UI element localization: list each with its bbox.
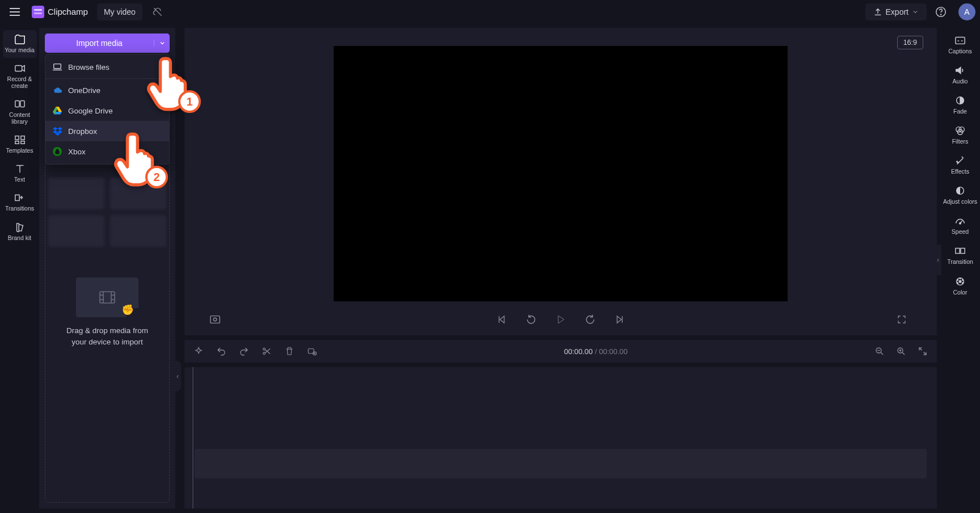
clipchamp-icon	[32, 6, 44, 18]
app-logo[interactable]: Clipchamp	[30, 6, 90, 18]
props-label: Adjust colors	[943, 198, 977, 205]
skip-back-button[interactable]	[494, 312, 510, 327]
dropdown-label: Google Drive	[68, 107, 113, 115]
left-rail: Your media Record & create Content libra…	[0, 23, 39, 513]
drop-text: Drag & drop media from your device to im…	[56, 325, 158, 347]
props-label: Fade	[953, 108, 967, 115]
svg-rect-9	[20, 136, 24, 140]
sync-status-icon[interactable]	[149, 3, 166, 20]
dropdown-item-onedrive[interactable]: OneDrive	[45, 80, 169, 100]
props-item-filters[interactable]: Filters	[943, 121, 978, 149]
frame-back-button[interactable]	[523, 312, 539, 327]
dropdown-label: Dropbox	[68, 127, 97, 136]
svg-rect-39	[956, 249, 960, 254]
svg-rect-8	[15, 136, 18, 140]
dropbox-icon	[52, 126, 62, 136]
props-item-color[interactable]: Color	[943, 272, 978, 300]
video-preview[interactable]	[334, 46, 788, 301]
ai-tool-button[interactable]	[192, 345, 205, 358]
ghost-media-tiles	[48, 178, 166, 247]
svg-point-44	[962, 279, 964, 280]
import-dropdown: Browse files OneDrive Google Drive Dropb…	[45, 54, 170, 165]
add-track-button[interactable]	[306, 345, 318, 358]
hamburger-menu[interactable]	[5, 2, 25, 22]
dropdown-item-google-drive[interactable]: Google Drive	[45, 100, 169, 121]
svg-point-43	[960, 277, 961, 279]
props-item-adjust-colors[interactable]: Adjust colors	[943, 182, 978, 209]
aspect-ratio-badge[interactable]: 16:9	[897, 36, 923, 49]
svg-point-47	[957, 279, 958, 280]
rail-item-transitions[interactable]: Transitions	[3, 188, 37, 216]
rail-label: Brand kit	[8, 234, 31, 241]
redo-button[interactable]	[238, 345, 250, 358]
props-item-speed[interactable]: Speed	[943, 212, 978, 239]
svg-rect-40	[961, 249, 965, 254]
properties-rail: › Captions Audio Fade Filters Effects Ad…	[940, 23, 980, 513]
player-controls	[195, 301, 927, 331]
rail-label: Content library	[3, 111, 37, 125]
dropdown-item-xbox[interactable]: Xbox	[45, 141, 169, 162]
props-item-effects[interactable]: Effects	[943, 152, 978, 179]
rail-item-brand-kit[interactable]: Brand kit	[3, 218, 37, 246]
dropdown-item-dropbox[interactable]: Dropbox	[45, 121, 169, 141]
svg-point-4	[940, 14, 941, 15]
props-label: Filters	[952, 138, 969, 145]
export-label: Export	[886, 7, 909, 16]
topbar: Clipchamp My video Export A	[0, 0, 980, 23]
import-media-main[interactable]: Import media	[45, 39, 154, 48]
props-item-captions[interactable]: Captions	[943, 31, 978, 59]
dropdown-item-browse-files[interactable]: Browse files	[45, 57, 169, 79]
grab-hand-icon: ✊	[121, 304, 134, 316]
current-time: 00:00.00	[564, 347, 593, 356]
play-button[interactable]	[553, 312, 569, 327]
timecode: 00:00.00 / 00:00.00	[329, 347, 863, 356]
onedrive-icon	[52, 85, 62, 95]
export-button[interactable]: Export	[865, 3, 927, 20]
panel-collapse-handle-right[interactable]: ›	[935, 245, 941, 275]
laptop-icon	[52, 62, 62, 72]
delete-button[interactable]	[283, 345, 296, 358]
timeline[interactable]	[184, 367, 937, 508]
help-button[interactable]	[931, 2, 950, 22]
brand-name: Clipchamp	[48, 7, 88, 16]
props-label: Speed	[952, 228, 969, 235]
import-media-dropdown-toggle[interactable]	[154, 40, 170, 47]
svg-rect-15	[100, 292, 115, 303]
rail-label: Transitions	[5, 205, 34, 212]
import-media-button[interactable]: Import media	[45, 33, 170, 53]
props-item-fade[interactable]: Fade	[943, 91, 978, 119]
rail-label: Text	[14, 176, 25, 183]
rail-label: Your media	[5, 47, 35, 53]
dropdown-label: Xbox	[68, 148, 86, 156]
fit-timeline-button[interactable]	[916, 345, 929, 358]
xbox-icon	[52, 146, 62, 157]
frame-forward-button[interactable]	[582, 312, 598, 327]
panel-collapse-handle-left[interactable]: ‹	[174, 361, 181, 392]
props-item-transition[interactable]: Transition	[943, 242, 978, 270]
rail-label: Record & create	[3, 75, 37, 89]
skip-forward-button[interactable]	[612, 312, 628, 327]
rail-item-record-create[interactable]: Record & create	[3, 59, 37, 94]
rail-item-your-media[interactable]: Your media	[3, 30, 37, 58]
user-avatar[interactable]: A	[958, 3, 975, 20]
props-label: Effects	[951, 168, 969, 175]
split-button[interactable]	[260, 345, 273, 358]
rail-item-templates[interactable]: Templates	[3, 131, 37, 158]
svg-rect-13	[54, 64, 61, 69]
svg-point-45	[962, 282, 964, 283]
preview-settings-icon[interactable]	[207, 312, 223, 327]
zoom-out-button[interactable]	[873, 345, 886, 358]
rail-item-text[interactable]: Text	[3, 159, 37, 187]
zoom-in-button[interactable]	[895, 345, 907, 358]
svg-rect-32	[956, 37, 965, 44]
undo-button[interactable]	[215, 345, 228, 358]
svg-point-46	[957, 282, 958, 283]
rail-item-content-library[interactable]: Content library	[3, 95, 37, 129]
props-label: Audio	[953, 78, 968, 85]
project-name[interactable]: My video	[97, 3, 142, 20]
props-label: Color	[953, 289, 967, 296]
svg-rect-6	[15, 101, 19, 107]
drop-zone[interactable]: ✊ Drag & drop media from your device to …	[56, 277, 158, 347]
fullscreen-button[interactable]	[894, 312, 910, 327]
props-item-audio[interactable]: Audio	[943, 61, 978, 89]
